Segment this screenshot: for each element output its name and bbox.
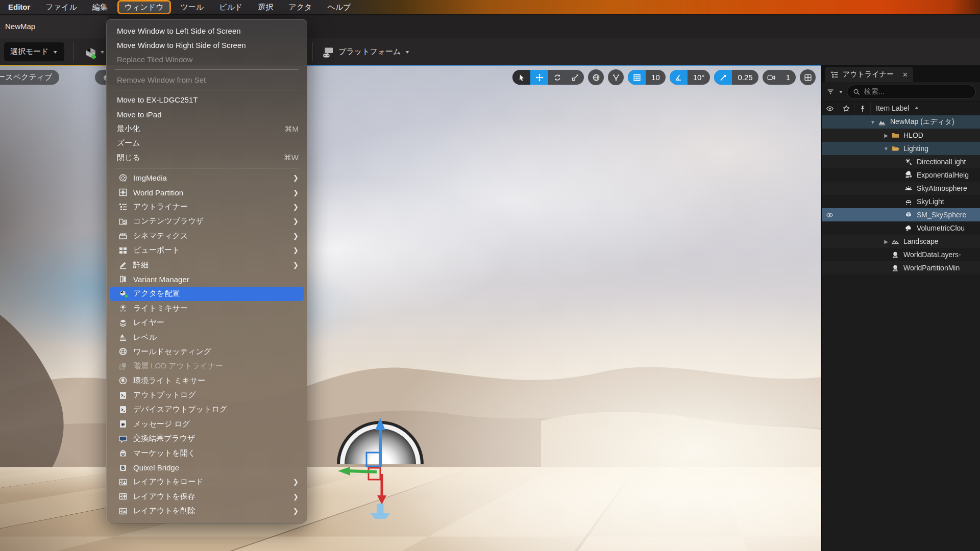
menu-item-詳細[interactable]: 詳細❯ <box>110 258 304 272</box>
menu-item-レベル[interactable]: レベル <box>110 330 304 344</box>
scale-icon <box>571 72 580 82</box>
platforms-icon <box>322 45 335 59</box>
outliner-row-VolumetricClou[interactable]: VolumetricClou <box>822 221 980 235</box>
outliner-row-SkyLight[interactable]: SkyLight <box>822 195 980 208</box>
favorite-column-header[interactable] <box>838 102 854 115</box>
item-label-header[interactable]: Item Label <box>871 104 921 113</box>
viewport-layout-button[interactable] <box>800 69 816 85</box>
menu-item-アクタを配置[interactable]: アクタを配置 <box>110 287 304 301</box>
menu-item-Quixel Bridge[interactable]: Quixel Bridge <box>110 460 304 474</box>
filter-icon[interactable] <box>826 87 835 97</box>
menu-item-label: シネマティクス <box>133 231 287 241</box>
menu-item-デバイスアウトプットログ[interactable]: デバイスアウトプットログ <box>110 403 304 417</box>
menu-item-コンテンツブラウザ[interactable]: コンテンツブラウザ❯ <box>110 214 304 229</box>
outliner-row-WorldPartitionMin[interactable]: WorldPartitionMin <box>822 261 980 274</box>
menubar-app-name[interactable]: Editor <box>5 0 38 14</box>
gizmo-xz-plane[interactable] <box>369 468 380 480</box>
gizmo-y-arrow[interactable] <box>348 471 377 472</box>
scale-snap-control[interactable]: 0.25 <box>714 70 758 85</box>
menu-item-レイアウトを保存[interactable]: レイアウトを保存❯ <box>110 489 304 504</box>
menu-item-ImgMedia[interactable]: ImgMedia❯ <box>110 171 304 185</box>
rotate-tool-button[interactable] <box>548 70 566 85</box>
expander-open-icon[interactable]: ▼ <box>882 146 890 152</box>
menu-item-閉じる[interactable]: 閉じる⌘W <box>110 151 304 165</box>
pin-column-header[interactable] <box>854 102 871 115</box>
outliner-search-input[interactable]: 検索... <box>847 85 976 99</box>
menu-item-レイヤー[interactable]: レイヤー <box>110 315 304 330</box>
camera-speed-value[interactable]: 1 <box>780 70 796 85</box>
menu-item-環境ライト ミキサー[interactable]: 環境ライト ミキサー <box>110 373 304 388</box>
scale-snap-value[interactable]: 0.25 <box>732 70 758 85</box>
platforms-dropdown[interactable]: プラットフォーム ▼ <box>316 41 415 62</box>
outliner-row-DirectionalLight[interactable]: DirectionalLight <box>822 155 980 168</box>
perspective-dropdown[interactable]: パースペクティブ <box>0 70 59 85</box>
visibility-column-header[interactable] <box>822 102 838 115</box>
move-tool-button[interactable] <box>530 70 548 85</box>
menu-item-Move Window to Left Side of Screen[interactable]: Move Window to Left Side of Screen <box>110 23 304 38</box>
scale-snap-toggle[interactable] <box>714 70 732 85</box>
rotation-snap-toggle[interactable] <box>670 70 688 85</box>
add-actor-button[interactable]: ▼ <box>81 42 107 61</box>
menu-item-レイアウトをロード[interactable]: レイアウトをロード❯ <box>110 475 304 489</box>
grid-snap-control[interactable]: 10 <box>628 70 666 85</box>
outliner-row-SM_SkySphere[interactable]: SM_SkySphere <box>822 208 980 221</box>
menu-item-メッセージ ログ[interactable]: メッセージ ログ <box>110 417 304 431</box>
world-local-toggle[interactable] <box>588 69 604 85</box>
close-icon[interactable]: ✕ <box>902 71 908 79</box>
menu-item-Move Window to Right Side of Screen[interactable]: Move Window to Right Side of Screen <box>110 38 304 52</box>
camera-speed-control[interactable]: 1 <box>763 70 796 85</box>
menubar-item-選択[interactable]: 選択 <box>250 0 281 14</box>
expander-closed-icon[interactable]: ▶ <box>882 133 890 138</box>
menubar-item-編集[interactable]: 編集 <box>85 0 115 14</box>
rotation-snap-value[interactable]: 10° <box>688 70 710 85</box>
menu-item-シネマティクス[interactable]: シネマティクス❯ <box>110 229 304 243</box>
scale-icon <box>571 73 580 82</box>
menu-item-最小化[interactable]: 最小化⌘M <box>110 121 304 136</box>
search-icon <box>852 87 861 96</box>
menubar-item-ファイル[interactable]: ファイル <box>38 0 84 14</box>
grid-snap-toggle[interactable] <box>628 70 646 85</box>
menu-item-ビューポート[interactable]: ビューポート❯ <box>110 243 304 257</box>
outliner-row-HLOD[interactable]: ▶HLOD <box>822 129 980 142</box>
menu-item-アウトプットログ[interactable]: アウトプットログ <box>110 388 304 402</box>
expander-open-icon[interactable]: ▼ <box>869 119 877 125</box>
select-tool-button[interactable] <box>512 70 530 85</box>
menu-item-ズーム[interactable]: ズーム <box>110 136 304 151</box>
menubar-item-ビルド[interactable]: ビルド <box>211 0 250 14</box>
move-gizmo[interactable] <box>316 350 439 519</box>
chevron-down-icon[interactable]: ▼ <box>838 89 844 94</box>
outliner-row-Lighting[interactable]: ▼Lighting <box>822 142 980 155</box>
rotation-snap-control[interactable]: 10° <box>670 70 710 85</box>
menu-item-World Partition[interactable]: World Partition❯ <box>110 185 304 199</box>
menu-item-マーケットを開く[interactable]: マーケットを開く <box>110 446 304 460</box>
surface-snapping-button[interactable] <box>608 69 624 85</box>
menubar-item-ヘルプ[interactable]: ヘルプ <box>320 0 358 14</box>
outliner-row-Landscape[interactable]: ▶Landscape <box>822 235 980 248</box>
gizmo-xy-plane[interactable] <box>366 453 380 466</box>
light-mixer-icon <box>118 303 128 313</box>
grid-snap-value[interactable]: 10 <box>646 70 666 85</box>
visibility-eye-icon[interactable] <box>822 211 837 219</box>
menubar-item-アクタ[interactable]: アクタ <box>281 0 320 14</box>
menu-item-ワールドセッティング[interactable]: ワールドセッティング <box>110 344 304 359</box>
menu-item-ライトミキサー[interactable]: ライトミキサー <box>110 301 304 315</box>
menu-item-アウトライナー[interactable]: アウトライナー❯ <box>110 199 304 214</box>
menu-item-Move to iPad[interactable]: Move to iPad <box>110 107 304 121</box>
menu-item-交換結果ブラウザ[interactable]: 交換結果ブラウザ <box>110 432 304 446</box>
outliner-row-WorldDataLayers-[interactable]: WorldDataLayers- <box>822 248 980 261</box>
menubar-item-ウィンドウ[interactable]: ウィンドウ <box>119 2 169 13</box>
menubar-item-ツール[interactable]: ツール <box>173 0 212 14</box>
expander-closed-icon[interactable]: ▶ <box>882 239 890 244</box>
menu-item-Variant Manager[interactable]: Variant Manager <box>110 272 304 286</box>
menu-item-レイアウトを削除[interactable]: レイアウトを削除❯ <box>110 504 304 518</box>
outliner-row-NewMap (エディタ)[interactable]: ▼NewMap (エディタ) <box>822 115 980 129</box>
outliner-row-ExponentialHeig[interactable]: ExponentialHeig <box>822 168 980 182</box>
outliner-row-SkyAtmosphere[interactable]: SkyAtmosphere <box>822 182 980 195</box>
menu-item-Move to EX-LDGC251T[interactable]: Move to EX-LDGC251T <box>110 93 304 107</box>
scale-tool-button[interactable] <box>566 70 584 85</box>
output-log-icon <box>118 390 128 400</box>
select-mode-dropdown[interactable]: 選択モード ▼ <box>4 42 64 61</box>
outliner-tab[interactable]: アウトライナー ✕ <box>825 67 913 82</box>
level-tab[interactable]: NewMap <box>0 15 108 38</box>
search-placeholder: 検索... <box>864 87 885 96</box>
